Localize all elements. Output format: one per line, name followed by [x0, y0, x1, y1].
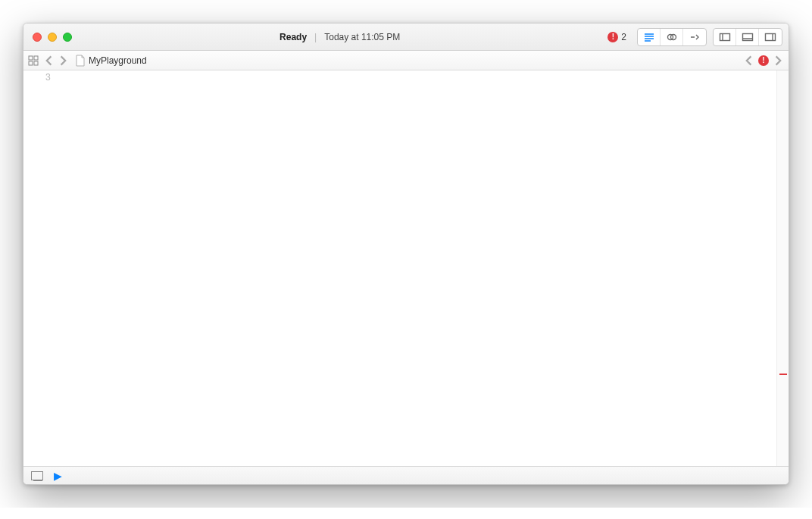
- nav-arrows: [43, 55, 69, 67]
- swift-file-icon: [75, 55, 86, 67]
- nav-forward-button[interactable]: [57, 55, 69, 67]
- file-name[interactable]: MyPlayground: [89, 55, 147, 66]
- toggle-left-panel-button[interactable]: [714, 29, 736, 45]
- svg-rect-8: [34, 61, 38, 65]
- issue-next-button[interactable]: [772, 55, 784, 67]
- close-button[interactable]: [33, 33, 42, 42]
- toggle-bottom-panel-button[interactable]: [736, 29, 759, 45]
- svg-rect-6: [34, 56, 38, 60]
- code-editor[interactable]: 3: [23, 70, 789, 466]
- minimize-button[interactable]: [48, 33, 57, 42]
- editor-mode-seg: [637, 28, 707, 46]
- traffic-lights: [33, 33, 72, 42]
- code-area[interactable]: [57, 70, 776, 466]
- nav-back-button[interactable]: [43, 55, 55, 67]
- error-mark: [779, 374, 787, 375]
- svg-rect-5: [29, 56, 33, 60]
- debug-bar: ▶: [23, 466, 789, 484]
- xcode-window: Ready | Today at 11:05 PM ! 2: [23, 23, 789, 485]
- svg-rect-2: [720, 33, 729, 40]
- status-divider: |: [314, 32, 317, 42]
- toolbar-right: [637, 28, 782, 46]
- assistant-editor-button[interactable]: [661, 29, 683, 45]
- issue-indicator-icon[interactable]: !: [758, 55, 769, 66]
- status-time: Today at 11:05 PM: [324, 32, 400, 42]
- version-editor-button[interactable]: [683, 29, 706, 45]
- svg-rect-4: [766, 33, 776, 40]
- error-count: 2: [621, 32, 626, 42]
- debug-view-toggle[interactable]: [31, 471, 43, 480]
- pathbar: MyPlayground !: [23, 51, 789, 70]
- minimap-scrollbar[interactable]: [776, 70, 789, 466]
- titlebar: Ready | Today at 11:05 PM ! 2: [23, 23, 789, 51]
- error-badge[interactable]: ! 2: [607, 32, 626, 42]
- status-area: Ready | Today at 11:05 PM: [280, 32, 400, 42]
- svg-rect-3: [742, 33, 752, 40]
- run-button[interactable]: ▶: [54, 470, 62, 482]
- line-number-gutter: 3: [23, 70, 57, 466]
- status-ready: Ready: [280, 32, 307, 42]
- standard-editor-button[interactable]: [638, 29, 661, 45]
- maximize-button[interactable]: [63, 33, 72, 42]
- svg-rect-7: [29, 61, 33, 65]
- pathbar-end: !: [743, 55, 784, 67]
- toggle-right-panel-button[interactable]: [759, 29, 782, 45]
- error-icon: !: [607, 32, 618, 42]
- issue-prev-button[interactable]: [743, 55, 755, 67]
- related-items-icon[interactable]: [28, 55, 39, 66]
- panel-toggle-seg: [713, 28, 782, 46]
